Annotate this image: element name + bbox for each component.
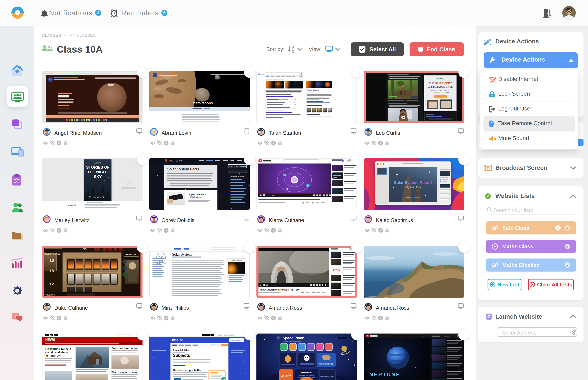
- svg-text:Google: Google: [258, 73, 264, 76]
- svg-text:Space Place: Space Place: [283, 336, 304, 340]
- svg-text:Solar System Report: Solar System Report: [394, 180, 432, 185]
- svg-text:Keep the Sun shining: Keep the Sun shining: [299, 375, 314, 376]
- svg-text:W: W: [159, 255, 163, 260]
- svg-text:Skywatching Tips!: Skywatching Tips!: [318, 363, 333, 365]
- svg-text:How Starry is Space?: How Starry is Space?: [320, 375, 336, 377]
- svg-text:bright in this pairing game!: bright in this pairing game!: [297, 377, 315, 378]
- svg-text:Stewart Smith TA: Stewart Smith TA: [406, 196, 420, 199]
- svg-text:3:18 / 10:12: 3:18 / 10:12: [266, 194, 275, 196]
- svg-text:B: B: [50, 334, 52, 336]
- svg-text:Explore Earth and Space!: Explore Earth and Space!: [283, 340, 301, 342]
- svg-text:1:41 / 2:30: 1:41 / 2:30: [270, 285, 276, 286]
- svg-text:Physics Class: Physics Class: [405, 186, 421, 189]
- svg-text:C: C: [55, 334, 56, 336]
- svg-text:B: B: [46, 334, 47, 336]
- svg-text:NEPTUNE: NEPTUNE: [369, 371, 400, 378]
- svg-text:Play Helios!: Play Helios!: [301, 371, 312, 374]
- svg-text:Z: Z: [292, 50, 294, 53]
- svg-text:The Planets: The Planets: [168, 159, 183, 162]
- svg-text:A: A: [292, 45, 294, 49]
